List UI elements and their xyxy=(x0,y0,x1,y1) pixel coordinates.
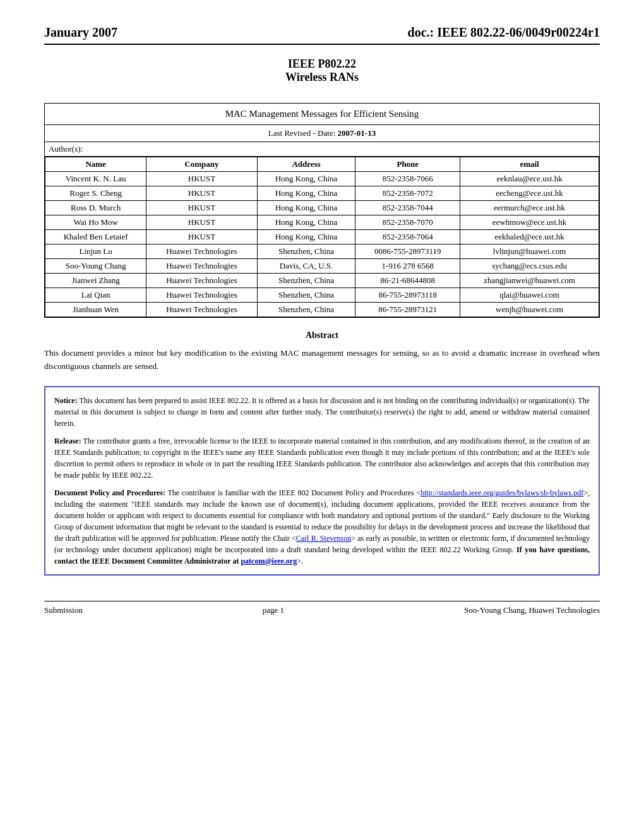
table-cell: eekhaled@ece.ust.hk xyxy=(460,230,599,245)
table-cell: Huawei Technologies xyxy=(146,303,257,317)
table-row: Lai QianHuawei TechnologiesShenzhen, Chi… xyxy=(45,288,599,303)
table-cell: sychang@ecs.csus.edu xyxy=(460,259,599,274)
table-cell: 86-755-28973118 xyxy=(355,288,460,303)
notice-bold: Notice: xyxy=(54,396,78,405)
table-cell: Wai Ho Mow xyxy=(45,215,146,230)
table-cell: 852-2358-7064 xyxy=(355,230,460,245)
header-date: January 2007 xyxy=(44,25,117,40)
table-cell: eermurch@ece.ust.hk xyxy=(460,201,599,215)
table-cell: Jianwei Zhang xyxy=(45,274,146,288)
release-paragraph: Release: The contributor grants a free, … xyxy=(54,435,590,481)
abstract-title: Abstract xyxy=(44,330,600,341)
table-row: Vincent K. N. LauHKUSTHong Kong, China85… xyxy=(45,172,599,186)
policy-bold: Document Policy and Procedures: xyxy=(54,488,165,497)
table-row: Soo-Young ChangHuawei TechnologiesDavis,… xyxy=(45,259,599,274)
table-cell: HKUST xyxy=(146,186,257,201)
table-cell: Hong Kong, China xyxy=(257,186,355,201)
table-cell: eewhmow@ece.ust.hk xyxy=(460,215,599,230)
table-cell: 1-916 278 6568 xyxy=(355,259,460,274)
patcom-link[interactable]: patcom@ieee.org xyxy=(241,557,297,565)
table-cell: Huawei Technologies xyxy=(146,245,257,259)
table-cell: Ross D. Murch xyxy=(45,201,146,215)
table-cell: Hong Kong, China xyxy=(257,230,355,245)
col-company: Company xyxy=(146,157,257,172)
table-cell: Linjun Lu xyxy=(45,245,146,259)
table-cell: Hong Kong, China xyxy=(257,201,355,215)
table-cell: 852-2358-7070 xyxy=(355,215,460,230)
abstract-text: This document provides a minor but key m… xyxy=(44,347,600,373)
table-cell: 852-2358-7072 xyxy=(355,186,460,201)
table-cell: Shenzhen, China xyxy=(257,274,355,288)
table-cell: 852-2358-7044 xyxy=(355,201,460,215)
table-row: Roger S. ChengHKUSTHong Kong, China852-2… xyxy=(45,186,599,201)
table-cell: lvlinjun@huawei.com xyxy=(460,245,599,259)
table-cell: HKUST xyxy=(146,201,257,215)
doc-title-line1: IEEE P802.22 xyxy=(44,57,600,71)
col-address: Address xyxy=(257,157,355,172)
table-cell: zhangjianwei@huawei.com xyxy=(460,274,599,288)
table-cell: Shenzhen, China xyxy=(257,288,355,303)
release-bold: Release: xyxy=(54,437,81,445)
table-cell: Hong Kong, China xyxy=(257,172,355,186)
policy-text1: The contributor is familiar with the IEE… xyxy=(165,488,416,497)
table-cell: 86-755-28973121 xyxy=(355,303,460,317)
col-email: email xyxy=(460,157,599,172)
table-cell: eecheng@ece.ust.hk xyxy=(460,186,599,201)
table-cell: Huawei Technologies xyxy=(146,274,257,288)
table-cell: Huawei Technologies xyxy=(146,259,257,274)
table-cell: Khaled Ben Letaief xyxy=(45,230,146,245)
header-doc-id: doc.: IEEE 802.22-06/0049r00224r1 xyxy=(408,25,600,40)
abstract-section: Abstract This document provides a minor … xyxy=(44,330,600,373)
doc-info-title: MAC Management Messages for Efficient Se… xyxy=(45,104,599,125)
table-cell: HKUST xyxy=(146,215,257,230)
table-cell: HKUST xyxy=(146,172,257,186)
table-row: Linjun LuHuawei TechnologiesShenzhen, Ch… xyxy=(45,245,599,259)
policy-text4: >. xyxy=(297,557,303,565)
doc-info-date: Last Revised - Date: 2007-01-13 xyxy=(45,125,599,142)
doc-info-table: MAC Management Messages for Efficient Se… xyxy=(44,103,600,318)
table-cell: Jianhuan Wen xyxy=(45,303,146,317)
policy-paragraph: Document Policy and Procedures: The cont… xyxy=(54,487,590,567)
table-cell: 852-2358-7066 xyxy=(355,172,460,186)
table-cell: Davis, CA, U.S. xyxy=(257,259,355,274)
table-cell: wenjh@huawei.com xyxy=(460,303,599,317)
notice-text: This document has been prepared to assis… xyxy=(54,396,590,428)
table-cell: HKUST xyxy=(146,230,257,245)
footer-left: Submission xyxy=(44,605,83,615)
table-cell: Roger S. Cheng xyxy=(45,186,146,201)
author-label: Author(s): xyxy=(45,142,599,157)
table-cell: Hong Kong, China xyxy=(257,215,355,230)
table-cell: Shenzhen, China xyxy=(257,303,355,317)
date-label: Last Revised - Date: xyxy=(268,128,336,138)
table-cell: Lai Qian xyxy=(45,288,146,303)
footer-right: Soo-Young Chang, Huawei Technologies xyxy=(464,605,600,615)
release-text: The contributor grants a free, irrevocab… xyxy=(54,437,590,480)
carl-link[interactable]: Carl R. Stevenson xyxy=(296,534,351,543)
table-cell: 0086-755-28973119 xyxy=(355,245,460,259)
table-cell: Shenzhen, China xyxy=(257,245,355,259)
page-footer: Submission page 1 Soo-Young Chang, Huawe… xyxy=(44,601,600,615)
table-cell: Vincent K. N. Lau xyxy=(45,172,146,186)
table-cell: Huawei Technologies xyxy=(146,288,257,303)
date-value: 2007-01-13 xyxy=(338,128,376,138)
table-header-row: Name Company Address Phone email xyxy=(45,157,599,172)
table-row: Khaled Ben LetaiefHKUSTHong Kong, China8… xyxy=(45,230,599,245)
notice-paragraph: Notice: This document has been prepared … xyxy=(54,395,590,429)
doc-title-line2: Wireless RANs xyxy=(44,71,600,84)
table-row: Jianhuan WenHuawei TechnologiesShenzhen,… xyxy=(45,303,599,317)
authors-table: Name Company Address Phone email Vincent… xyxy=(45,157,599,317)
page-header: January 2007 doc.: IEEE 802.22-06/0049r0… xyxy=(44,25,600,45)
col-name: Name xyxy=(45,157,146,172)
notice-box: Notice: This document has been prepared … xyxy=(44,386,600,576)
table-row: Ross D. MurchHKUSTHong Kong, China852-23… xyxy=(45,201,599,215)
table-cell: Soo-Young Chang xyxy=(45,259,146,274)
table-row: Jianwei ZhangHuawei TechnologiesShenzhen… xyxy=(45,274,599,288)
policy-link[interactable]: http://standards.ieee.org/guides/bylaws/… xyxy=(420,488,583,497)
table-cell: 86-21-68644808 xyxy=(355,274,460,288)
table-row: Wai Ho MowHKUSTHong Kong, China852-2358-… xyxy=(45,215,599,230)
title-section: IEEE P802.22 Wireless RANs xyxy=(44,57,600,84)
table-cell: qlai@huawei.com xyxy=(460,288,599,303)
table-cell: eeknlau@ece.ust.hk xyxy=(460,172,599,186)
col-phone: Phone xyxy=(355,157,460,172)
footer-center: page 1 xyxy=(263,605,284,615)
